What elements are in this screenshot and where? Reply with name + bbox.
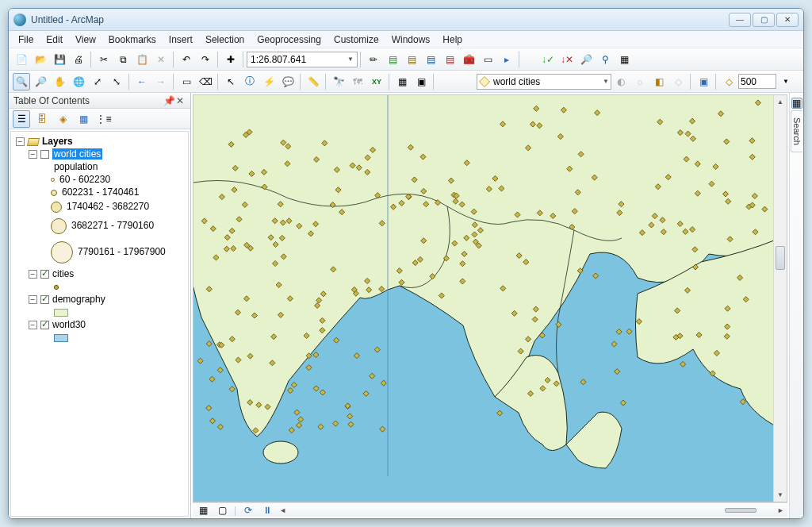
- collapse-icon[interactable]: −: [29, 321, 37, 329]
- save-icon[interactable]: 💾: [51, 51, 68, 68]
- copy-icon[interactable]: ⧉: [114, 51, 132, 68]
- layer-cities[interactable]: −cities: [16, 267, 183, 280]
- layer-world-cities[interactable]: −world cities: [16, 148, 183, 160]
- titlebar[interactable]: Untitled - ArcMap — ▢ ✕: [9, 9, 803, 31]
- fixed-zoom-out-icon[interactable]: ⤡: [108, 73, 125, 90]
- menu-edit[interactable]: Edit: [40, 33, 69, 47]
- catalog-collapsed-icon[interactable]: ▦: [791, 98, 802, 109]
- menu-insert[interactable]: Insert: [163, 33, 199, 47]
- table3-icon[interactable]: ▤: [422, 51, 439, 68]
- search-tab[interactable]: Search: [791, 110, 802, 152]
- scroll-down-icon[interactable]: ▼: [774, 488, 787, 502]
- scroll-thumb[interactable]: [776, 246, 785, 270]
- open-icon[interactable]: 📂: [32, 51, 49, 68]
- delete-icon[interactable]: ✕: [152, 51, 170, 68]
- toc-tree[interactable]: −Layers −world cities population 60 - 60…: [10, 131, 189, 517]
- effects-swipe-icon[interactable]: ◧: [650, 73, 668, 90]
- editor-toolbar-icon[interactable]: ✏: [365, 51, 382, 68]
- checkbox-unchecked[interactable]: [40, 150, 49, 159]
- python-icon[interactable]: ▭: [479, 51, 496, 68]
- table4-icon[interactable]: ▤: [441, 51, 458, 68]
- pause-icon[interactable]: ⏸: [261, 505, 274, 516]
- undo-icon[interactable]: ↶: [178, 51, 195, 68]
- paste-icon[interactable]: 📋: [133, 51, 151, 68]
- list-by-drawing-order-icon[interactable]: ☰: [13, 110, 30, 128]
- pin-icon[interactable]: 📌: [163, 95, 174, 106]
- menu-selection[interactable]: Selection: [199, 33, 251, 47]
- vertical-scrollbar[interactable]: ▲ ▼: [773, 95, 787, 502]
- menu-help[interactable]: Help: [436, 33, 469, 47]
- modelbuilder-icon[interactable]: ▸: [498, 51, 515, 68]
- print-icon[interactable]: 🖨: [70, 51, 87, 68]
- collapse-icon[interactable]: −: [29, 295, 37, 304]
- table-icon[interactable]: ▤: [384, 51, 401, 68]
- hscroll-thumb[interactable]: [725, 508, 756, 513]
- collapse-icon[interactable]: −: [29, 150, 37, 159]
- scale-selector[interactable]: 1:26.807.641▼: [247, 52, 358, 67]
- full-extent-icon[interactable]: 🌐: [70, 73, 87, 90]
- layers-root[interactable]: −Layers: [16, 135, 183, 148]
- identify-icon[interactable]: ⓘ: [241, 73, 259, 90]
- select-features-icon[interactable]: ▭: [178, 73, 195, 90]
- effects-flicker-icon[interactable]: ◇: [669, 73, 687, 90]
- effects-play-icon[interactable]: ◐: [612, 73, 630, 90]
- redo-icon[interactable]: ↷: [197, 51, 214, 68]
- layout-view-icon[interactable]: ▢: [216, 505, 228, 516]
- zoom-out-icon[interactable]: 🔎: [32, 73, 49, 90]
- maximize-button[interactable]: ▢: [753, 13, 775, 27]
- menu-file[interactable]: File: [12, 33, 40, 47]
- viewer-window-icon[interactable]: ▣: [412, 73, 430, 90]
- next-extent-icon[interactable]: →: [152, 73, 170, 90]
- data-view-icon[interactable]: ▦: [197, 505, 209, 516]
- refresh-icon[interactable]: ⟳: [242, 505, 255, 516]
- buffer-wizard-icon[interactable]: ▣: [695, 73, 712, 90]
- effects-bright-icon[interactable]: ☼: [631, 73, 649, 90]
- georef-add-icon[interactable]: ↓✓: [539, 51, 557, 68]
- html-popup-icon[interactable]: 💬: [279, 73, 297, 90]
- find-icon[interactable]: 🔎: [577, 51, 595, 68]
- buffer-distance-input[interactable]: 500: [738, 74, 776, 89]
- dropdown-icon[interactable]: ▼: [777, 73, 795, 90]
- fixed-zoom-in-icon[interactable]: ⤢: [89, 73, 106, 90]
- zoom-in-icon[interactable]: 🔍: [13, 73, 30, 90]
- map-display[interactable]: ▲ ▼: [193, 94, 787, 502]
- key-icon[interactable]: ⚲: [596, 51, 614, 68]
- georef-del-icon[interactable]: ↓✕: [558, 51, 576, 68]
- time-slider-icon[interactable]: ▦: [393, 73, 411, 90]
- menu-geoprocessing[interactable]: Geoprocessing: [251, 33, 327, 47]
- hyperlink-icon[interactable]: ⚡: [260, 73, 278, 90]
- clear-selection-icon[interactable]: ⌫: [197, 73, 214, 90]
- add-data-icon[interactable]: ✚: [222, 51, 239, 68]
- checkbox-checked[interactable]: [40, 270, 49, 279]
- checkbox-checked[interactable]: [40, 321, 49, 329]
- cut-icon[interactable]: ✂: [95, 51, 113, 68]
- toc-header[interactable]: Table Of Contents 📌 ✕: [9, 93, 190, 109]
- prev-extent-icon[interactable]: ←: [133, 73, 151, 90]
- menu-view[interactable]: View: [69, 33, 102, 47]
- collapse-icon[interactable]: −: [16, 137, 25, 146]
- menu-customize[interactable]: Customize: [327, 33, 385, 47]
- options-icon[interactable]: ▦: [615, 51, 633, 68]
- new-icon[interactable]: 📄: [13, 51, 30, 68]
- find-route-icon[interactable]: 🗺: [349, 73, 366, 90]
- pan-icon[interactable]: ✋: [51, 73, 68, 90]
- globe-buffer-icon[interactable]: ◇: [720, 73, 737, 90]
- find-tool-icon[interactable]: 🔭: [330, 73, 347, 90]
- scroll-up-icon[interactable]: ▲: [774, 95, 787, 109]
- close-button[interactable]: ✕: [776, 13, 799, 27]
- menu-windows[interactable]: Windows: [385, 33, 437, 47]
- collapse-icon[interactable]: −: [29, 270, 37, 279]
- list-by-selection-icon[interactable]: ▦: [75, 110, 92, 128]
- options-toc-icon[interactable]: ⋮≡: [95, 110, 113, 128]
- layer-selector[interactable]: world cities ▼: [477, 74, 611, 90]
- close-panel-icon[interactable]: ✕: [174, 95, 186, 106]
- list-by-visibility-icon[interactable]: ◈: [54, 110, 71, 128]
- layer-demography[interactable]: −demography: [16, 293, 183, 306]
- checkbox-checked[interactable]: [40, 295, 49, 304]
- select-elements-icon[interactable]: ↖: [222, 73, 239, 90]
- table2-icon[interactable]: ▤: [403, 51, 420, 68]
- toolbox-icon[interactable]: 🧰: [460, 51, 477, 68]
- list-by-source-icon[interactable]: 🗄: [33, 110, 51, 128]
- minimize-button[interactable]: —: [729, 13, 751, 27]
- measure-icon[interactable]: 📏: [304, 73, 322, 90]
